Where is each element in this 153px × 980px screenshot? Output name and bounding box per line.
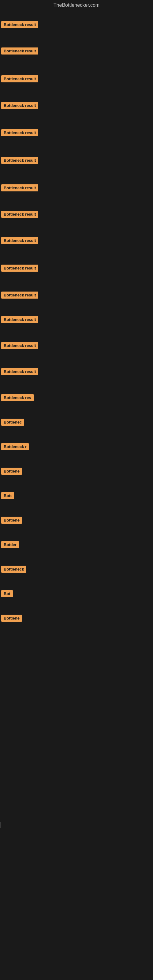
bottleneck-result-badge[interactable]: Bottler: [1, 541, 19, 548]
list-item[interactable]: Bottleneck result: [0, 19, 40, 32]
site-title: TheBottlenecker.com: [0, 0, 153, 10]
bottleneck-result-badge[interactable]: Bottleneck result: [1, 316, 38, 323]
list-item[interactable]: Bottleneck result: [0, 235, 40, 248]
list-item[interactable]: Bottleneck result: [0, 208, 40, 221]
bottleneck-result-badge[interactable]: Bottleneck res: [1, 394, 33, 401]
bottleneck-result-badge[interactable]: Bottleneck result: [1, 265, 38, 272]
bottleneck-result-badge[interactable]: Bottleneck result: [1, 291, 38, 299]
list-item[interactable]: Bottleneck result: [0, 182, 40, 195]
bottleneck-result-badge[interactable]: Bottleneck result: [1, 102, 38, 109]
bottleneck-result-badge[interactable]: Bottlenec: [1, 418, 24, 426]
bottleneck-result-badge[interactable]: Bottleneck: [1, 566, 26, 573]
bottleneck-result-badge[interactable]: Bottleneck result: [1, 129, 38, 136]
list-item[interactable]: Bottleneck result: [0, 262, 40, 275]
list-item[interactable]: Bot: [0, 588, 14, 601]
list-item[interactable]: Bottleneck result: [0, 127, 40, 140]
bottleneck-result-badge[interactable]: Bottleneck result: [1, 21, 38, 28]
list-item[interactable]: Bottleneck result: [0, 340, 40, 353]
list-item[interactable]: Bottleneck result: [0, 366, 40, 379]
list-item[interactable]: Bottlene: [0, 514, 23, 527]
text-cursor: [1, 822, 1, 828]
list-item[interactable]: Bottleneck result: [0, 154, 40, 167]
list-item[interactable]: Bottler: [0, 539, 20, 552]
list-item[interactable]: Bottleneck result: [0, 45, 40, 58]
bottleneck-result-badge[interactable]: Bottleneck result: [1, 185, 38, 191]
list-item[interactable]: Bottlenec: [0, 416, 26, 430]
bottleneck-result-badge[interactable]: Bot: [1, 590, 13, 597]
list-item[interactable]: Bottlene: [0, 465, 23, 478]
list-item[interactable]: Bottleneck result: [0, 73, 40, 86]
bottleneck-result-badge[interactable]: Bottlene: [1, 615, 22, 622]
list-item[interactable]: Bottleneck r: [0, 441, 30, 454]
bottleneck-result-badge[interactable]: Bott: [1, 492, 14, 499]
list-item[interactable]: Bottleneck res: [0, 392, 35, 405]
bottleneck-result-badge[interactable]: Bottleneck r: [1, 443, 29, 450]
bottleneck-result-badge[interactable]: Bottleneck result: [1, 211, 38, 218]
bottleneck-result-badge[interactable]: Bottlene: [1, 468, 22, 475]
bottleneck-result-badge[interactable]: Bottleneck result: [1, 342, 38, 349]
list-item[interactable]: Bottlene: [0, 612, 23, 625]
bottleneck-result-badge[interactable]: Bottleneck result: [1, 48, 38, 54]
bottleneck-result-badge[interactable]: Bottlene: [1, 517, 22, 524]
list-item[interactable]: Bottleneck: [0, 563, 27, 576]
bottleneck-result-badge[interactable]: Bottleneck result: [1, 237, 38, 244]
bottleneck-result-badge[interactable]: Bottleneck result: [1, 157, 38, 164]
bottleneck-result-badge[interactable]: Bottleneck result: [1, 368, 38, 375]
bottleneck-result-badge[interactable]: Bottleneck result: [1, 75, 38, 83]
list-item[interactable]: Bottleneck result: [0, 100, 40, 113]
list-item[interactable]: Bottleneck result: [0, 289, 40, 302]
list-item[interactable]: Bottleneck result: [0, 313, 40, 327]
list-item[interactable]: Bott: [0, 490, 15, 503]
